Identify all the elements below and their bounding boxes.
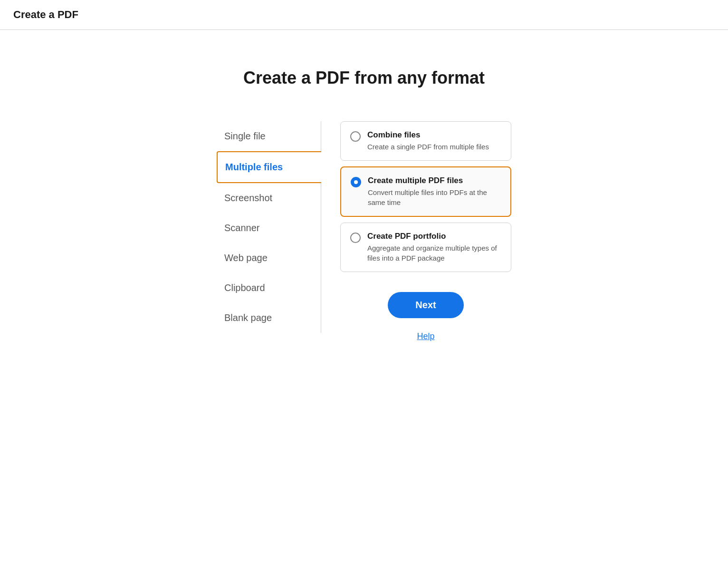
radio-combine-files[interactable]	[350, 131, 361, 142]
wizard-area: Single file Multiple files Screenshot Sc…	[217, 121, 511, 341]
nav-item-blank-page[interactable]: Blank page	[217, 303, 321, 333]
option-create-multiple[interactable]: Create multiple PDF files Convert multip…	[340, 166, 511, 217]
page-title: Create a PDF from any format	[243, 68, 485, 88]
option-pdf-portfolio-title: Create PDF portfolio	[367, 232, 501, 241]
help-link[interactable]: Help	[417, 331, 434, 341]
option-combine-files[interactable]: Combine files Create a single PDF from m…	[340, 121, 511, 161]
option-create-multiple-title: Create multiple PDF files	[368, 176, 501, 185]
nav-item-scanner[interactable]: Scanner	[217, 213, 321, 243]
nav-item-screenshot[interactable]: Screenshot	[217, 183, 321, 213]
nav-item-web-page[interactable]: Web page	[217, 243, 321, 273]
nav-item-clipboard[interactable]: Clipboard	[217, 273, 321, 303]
option-combine-files-desc: Create a single PDF from multiple files	[367, 142, 489, 152]
radio-pdf-portfolio[interactable]	[350, 233, 361, 243]
right-panel: Combine files Create a single PDF from m…	[321, 121, 511, 341]
next-button-area: Next Help	[340, 292, 511, 341]
option-pdf-portfolio-desc: Aggregate and organize multiple types of…	[367, 243, 501, 263]
next-button[interactable]: Next	[388, 292, 464, 318]
app-header: Create a PDF	[0, 0, 728, 30]
nav-item-multiple-files[interactable]: Multiple files	[217, 151, 322, 183]
option-create-multiple-desc: Convert multiple files into PDFs at the …	[368, 187, 501, 207]
left-nav: Single file Multiple files Screenshot Sc…	[217, 121, 321, 333]
nav-item-single-file[interactable]: Single file	[217, 121, 321, 151]
option-pdf-portfolio[interactable]: Create PDF portfolio Aggregate and organ…	[340, 223, 511, 272]
radio-create-multiple[interactable]	[351, 177, 361, 187]
app-title: Create a PDF	[13, 9, 78, 20]
main-content: Create a PDF from any format Single file…	[0, 30, 728, 360]
option-combine-files-title: Combine files	[367, 130, 489, 140]
